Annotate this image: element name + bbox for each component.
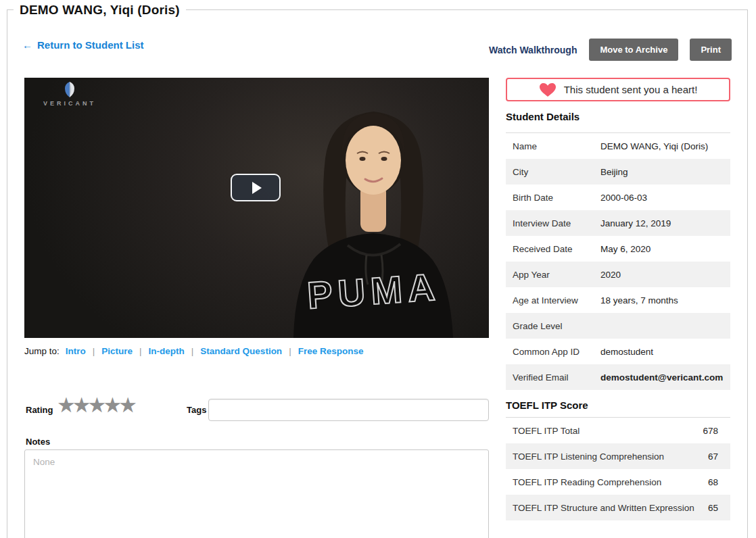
star-button[interactable]: ★ bbox=[72, 393, 88, 417]
row-label: City bbox=[506, 167, 600, 177]
row-value: 65 bbox=[708, 503, 730, 513]
row-label: Birth Date bbox=[506, 193, 600, 203]
row-value: 18 years, 7 months bbox=[600, 295, 730, 305]
table-row: Common App IDdemostudent bbox=[506, 339, 730, 364]
separator: | bbox=[289, 346, 291, 356]
vericant-logo-icon bbox=[63, 81, 76, 98]
notes-textarea[interactable] bbox=[24, 449, 489, 538]
toefl-score-table: TOEFL ITP Total678 TOEFL ITP Listening C… bbox=[506, 417, 730, 520]
row-label: Grade Level bbox=[506, 321, 600, 331]
jump-to-nav: Jump to: Intro | Picture | In-depth | St… bbox=[24, 346, 363, 356]
back-arrow-icon: ← bbox=[22, 39, 32, 51]
header-actions: Watch Walkthrough Move to Archive Print bbox=[489, 39, 732, 61]
student-photo-illustration: PUMA bbox=[24, 78, 489, 338]
jump-link-picture[interactable]: Picture bbox=[101, 346, 133, 356]
rating-label: Rating bbox=[26, 405, 53, 415]
jump-link-in-depth[interactable]: In-depth bbox=[149, 346, 185, 356]
tags-label: Tags bbox=[187, 405, 206, 415]
row-label: TOEFL ITP Structure and Written Expressi… bbox=[506, 503, 708, 513]
interview-video-player[interactable]: PUMA VERICANT bbox=[24, 78, 489, 338]
notes-label: Notes bbox=[26, 437, 50, 447]
row-value: DEMO WANG, Yiqi (Doris) bbox=[600, 141, 730, 151]
row-value: 68 bbox=[708, 477, 730, 487]
row-label: TOEFL ITP Listening Comprehension bbox=[506, 451, 708, 462]
play-icon bbox=[252, 182, 262, 194]
row-value: 2020 bbox=[600, 270, 730, 280]
jump-link-standard-question[interactable]: Standard Question bbox=[200, 346, 282, 356]
row-label: Received Date bbox=[506, 244, 600, 254]
separator: | bbox=[191, 346, 194, 356]
row-label: App Year bbox=[506, 270, 600, 280]
row-value: Beijing bbox=[600, 167, 730, 177]
tags-input[interactable] bbox=[208, 399, 489, 421]
star-button[interactable]: ★ bbox=[57, 393, 72, 417]
row-value: 2000-06-03 bbox=[600, 193, 730, 203]
student-details-table: NameDEMO WANG, Yiqi (Doris) CityBeijing … bbox=[506, 132, 730, 390]
page-title: DEMO WANG, Yiqi (Doris) bbox=[14, 3, 186, 18]
table-row: CityBeijing bbox=[506, 159, 730, 185]
watch-walkthrough-link[interactable]: Watch Walkthrough bbox=[489, 45, 577, 55]
vericant-wordmark: VERICANT bbox=[32, 100, 107, 107]
heart-icon bbox=[539, 82, 557, 97]
play-button[interactable] bbox=[231, 174, 281, 201]
jump-link-intro[interactable]: Intro bbox=[66, 346, 86, 356]
return-to-student-list-link[interactable]: ←Return to Student List bbox=[22, 39, 144, 51]
row-value: January 12, 2019 bbox=[600, 218, 730, 228]
move-to-archive-button[interactable]: Move to Archive bbox=[589, 39, 678, 61]
print-button[interactable]: Print bbox=[690, 39, 732, 61]
table-row: Interview DateJanuary 12, 2019 bbox=[506, 210, 730, 236]
heart-banner-text: This student sent you a heart! bbox=[564, 84, 698, 95]
separator: | bbox=[93, 346, 95, 356]
return-link-label: Return to Student List bbox=[37, 39, 144, 51]
separator: | bbox=[139, 346, 142, 356]
row-value: May 6, 2020 bbox=[600, 244, 730, 254]
row-value: demostudent bbox=[600, 347, 730, 357]
row-label: TOEFL ITP Total bbox=[506, 426, 703, 436]
table-row: Received DateMay 6, 2020 bbox=[506, 236, 730, 262]
vericant-logo: VERICANT bbox=[32, 81, 107, 107]
table-row: Grade Level bbox=[506, 313, 730, 339]
table-row: TOEFL ITP Listening Comprehension67 bbox=[506, 443, 730, 469]
heart-banner: This student sent you a heart! bbox=[506, 78, 730, 101]
row-value: 678 bbox=[703, 426, 730, 436]
table-row: TOEFL ITP Structure and Written Expressi… bbox=[506, 495, 730, 520]
verified-email-link[interactable]: demostudent@vericant.com bbox=[600, 372, 730, 383]
jump-to-label: Jump to: bbox=[24, 346, 60, 356]
table-row: Birth Date2000-06-03 bbox=[506, 185, 730, 210]
star-button[interactable]: ★ bbox=[103, 393, 118, 417]
table-row: NameDEMO WANG, Yiqi (Doris) bbox=[506, 133, 730, 159]
row-label: Interview Date bbox=[506, 218, 600, 228]
table-row: Age at Interview18 years, 7 months bbox=[506, 287, 730, 313]
row-label: Name bbox=[506, 141, 600, 151]
rating-stars[interactable]: ★★★★★ bbox=[57, 395, 134, 416]
toefl-score-heading: TOEFL ITP Score bbox=[506, 399, 588, 411]
row-label: TOEFL ITP Reading Comprehension bbox=[506, 477, 708, 487]
star-button[interactable]: ★ bbox=[118, 393, 134, 417]
jump-link-free-response[interactable]: Free Response bbox=[298, 346, 364, 356]
table-row: App Year2020 bbox=[506, 262, 730, 287]
table-row: TOEFL ITP Total678 bbox=[506, 418, 730, 443]
row-value: 67 bbox=[708, 451, 730, 462]
table-row: TOEFL ITP Reading Comprehension68 bbox=[506, 469, 730, 495]
table-row: Verified Emaildemostudent@vericant.com bbox=[506, 364, 730, 390]
row-label: Common App ID bbox=[506, 347, 600, 357]
student-details-heading: Student Details bbox=[506, 111, 580, 122]
row-label: Verified Email bbox=[506, 372, 600, 383]
row-label: Age at Interview bbox=[506, 295, 600, 305]
star-button[interactable]: ★ bbox=[88, 393, 103, 417]
